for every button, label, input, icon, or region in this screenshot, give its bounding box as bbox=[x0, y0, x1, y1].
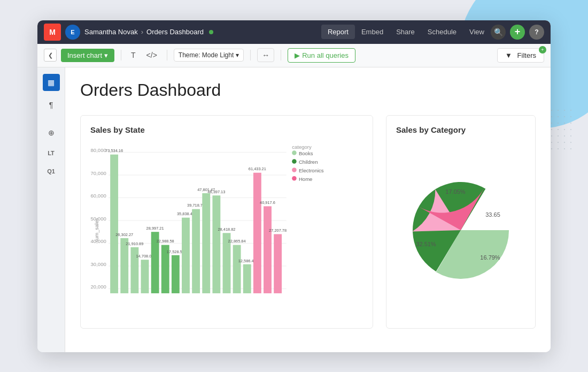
add-button[interactable]: + bbox=[510, 25, 525, 40]
svg-rect-47 bbox=[274, 234, 282, 293]
svg-text:category: category bbox=[292, 144, 312, 150]
svg-text:40,000: 40,000 bbox=[91, 238, 106, 244]
svg-text:35,838.42: 35,838.42 bbox=[177, 211, 195, 216]
svg-text:70,000: 70,000 bbox=[91, 170, 106, 176]
bar-chart-title: Sales by State bbox=[90, 125, 363, 134]
svg-rect-33 bbox=[202, 193, 210, 293]
breadcrumb-arrow: › bbox=[141, 28, 143, 36]
sidebar-item-lt[interactable]: LT bbox=[48, 147, 55, 160]
menu-share[interactable]: Share bbox=[390, 25, 421, 39]
chevron-down-icon: ▾ bbox=[104, 51, 108, 59]
svg-rect-43 bbox=[253, 172, 261, 293]
top-menu: Report Embed Share Schedule View bbox=[321, 25, 491, 39]
svg-text:28,418.82: 28,418.82 bbox=[218, 227, 235, 232]
left-sidebar: ▦ ¶ ⊕ LT Q1 bbox=[37, 67, 65, 352]
svg-rect-49 bbox=[292, 150, 297, 155]
svg-rect-29 bbox=[182, 217, 190, 293]
svg-text:33.65: 33.65 bbox=[485, 211, 500, 218]
run-label: Run all queries bbox=[302, 51, 349, 59]
pie-chart-svg: 33.65 32.51% 16.79% 17.05% bbox=[397, 166, 525, 294]
svg-text:80,000: 80,000 bbox=[91, 147, 106, 153]
chevron-down-icon-theme: ▾ bbox=[236, 51, 239, 59]
code-tool-button[interactable]: </> bbox=[143, 49, 160, 62]
svg-text:50,000: 50,000 bbox=[91, 215, 106, 221]
menu-embed[interactable]: Embed bbox=[355, 25, 390, 39]
sidebar-item-chart[interactable]: ▦ bbox=[43, 74, 60, 91]
main-area: ▦ ¶ ⊕ LT Q1 Orders Dashboard Sales by St… bbox=[37, 67, 551, 352]
svg-text:Books: Books bbox=[299, 150, 313, 156]
svg-text:17.05%: 17.05% bbox=[445, 188, 466, 195]
app-window: M E Samantha Novak › Orders Dashboard Re… bbox=[37, 20, 551, 352]
svg-text:40,917.6: 40,917.6 bbox=[260, 200, 275, 205]
menu-report[interactable]: Report bbox=[321, 25, 355, 39]
svg-text:22,865.84: 22,865.84 bbox=[228, 239, 246, 244]
svg-rect-17 bbox=[120, 238, 128, 293]
breadcrumb: Samantha Novak › Orders Dashboard bbox=[84, 28, 321, 36]
user-avatar: E bbox=[65, 25, 80, 40]
svg-rect-51 bbox=[292, 159, 297, 164]
pie-chart-container: 33.65 32.51% 16.79% 17.05% bbox=[396, 142, 525, 318]
svg-rect-21 bbox=[141, 260, 149, 293]
main-content: Orders Dashboard Sales by State sum_sale… bbox=[65, 67, 551, 352]
topnav-actions: 🔍 + ? bbox=[491, 25, 544, 40]
svg-rect-41 bbox=[243, 264, 251, 293]
bar-chart-container: sum_sales 80,000 70,000 60,000 50,000 40… bbox=[90, 142, 363, 318]
svg-text:17,528.53: 17,528.53 bbox=[167, 249, 184, 254]
charts-row: Sales by State sum_sales 80,000 70,000 6… bbox=[80, 115, 536, 329]
filter-button[interactable]: ▼ Filters + bbox=[497, 48, 544, 63]
theme-selector[interactable]: Theme: Mode Light ▾ bbox=[174, 49, 244, 62]
separator-2 bbox=[167, 50, 167, 60]
svg-rect-15 bbox=[110, 154, 118, 293]
svg-rect-31 bbox=[192, 209, 200, 293]
insert-chart-label: Insert chart bbox=[67, 51, 102, 59]
svg-rect-53 bbox=[292, 168, 297, 172]
svg-text:14,708.06: 14,708.06 bbox=[136, 254, 153, 259]
breadcrumb-user[interactable]: Samantha Novak bbox=[84, 28, 138, 36]
svg-text:Electronics: Electronics bbox=[299, 167, 324, 173]
menu-schedule[interactable]: Schedule bbox=[421, 25, 463, 39]
svg-text:32.51%: 32.51% bbox=[416, 241, 436, 247]
svg-text:Home: Home bbox=[299, 176, 312, 181]
svg-rect-35 bbox=[212, 195, 220, 293]
pie-chart-title: Sales by Category bbox=[396, 125, 525, 134]
svg-text:30,000: 30,000 bbox=[91, 261, 106, 267]
svg-text:60,000: 60,000 bbox=[91, 193, 106, 199]
svg-text:16.79%: 16.79% bbox=[480, 254, 500, 261]
sidebar-item-text[interactable]: ¶ bbox=[43, 96, 60, 113]
play-icon: ▶ bbox=[295, 51, 300, 59]
svg-text:27,207.78: 27,207.78 bbox=[269, 228, 287, 233]
breadcrumb-report[interactable]: Orders Dashboard bbox=[146, 28, 204, 36]
filter-icon: ▼ bbox=[505, 51, 512, 59]
status-dot bbox=[209, 30, 213, 34]
search-button[interactable]: 🔍 bbox=[491, 25, 506, 40]
svg-text:26,302.27: 26,302.27 bbox=[115, 232, 133, 237]
sidebar-toggle[interactable]: ❮ bbox=[44, 49, 57, 62]
insert-chart-button[interactable]: Insert chart ▾ bbox=[61, 49, 114, 62]
svg-text:39,718.79: 39,718.79 bbox=[187, 203, 205, 208]
svg-rect-27 bbox=[172, 255, 180, 293]
run-all-button[interactable]: ▶ Run all queries bbox=[288, 48, 355, 63]
svg-text:61,433.21: 61,433.21 bbox=[249, 166, 266, 171]
svg-rect-39 bbox=[233, 245, 241, 293]
help-button[interactable]: ? bbox=[529, 25, 544, 40]
bar-chart-svg: sum_sales 80,000 70,000 60,000 50,000 40… bbox=[90, 142, 363, 318]
theme-label: Theme: Mode Light bbox=[179, 51, 234, 59]
filter-badge: + bbox=[539, 46, 546, 54]
separator-3 bbox=[250, 50, 251, 60]
fit-button[interactable]: ↔ bbox=[257, 48, 274, 62]
top-navbar: M E Samantha Novak › Orders Dashboard Re… bbox=[37, 20, 551, 44]
sidebar-item-q1[interactable]: Q1 bbox=[47, 165, 55, 178]
svg-text:22,988.58: 22,988.58 bbox=[157, 239, 174, 244]
sidebar-item-add[interactable]: ⊕ bbox=[43, 124, 60, 141]
pie-chart-card: Sales by Category bbox=[386, 115, 536, 329]
svg-text:20,000: 20,000 bbox=[91, 284, 106, 290]
bar-chart-card: Sales by State sum_sales 80,000 70,000 6… bbox=[80, 115, 373, 329]
separator-4 bbox=[281, 50, 281, 60]
svg-rect-55 bbox=[292, 176, 297, 181]
filter-label: Filters bbox=[517, 51, 536, 59]
page-title: Orders Dashboard bbox=[80, 80, 536, 100]
menu-view[interactable]: View bbox=[463, 25, 491, 39]
svg-text:28,997.21: 28,997.21 bbox=[146, 225, 164, 230]
svg-text:46,397.13: 46,397.13 bbox=[207, 189, 225, 194]
text-tool-button[interactable]: T bbox=[128, 49, 139, 62]
